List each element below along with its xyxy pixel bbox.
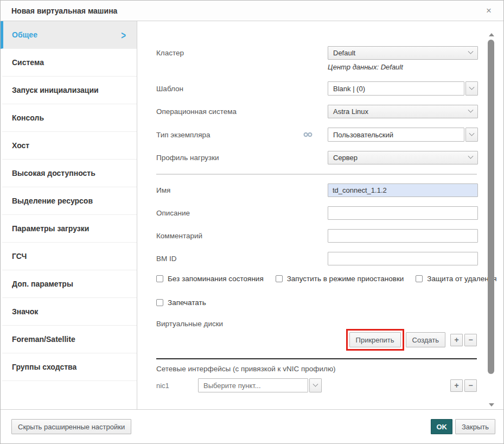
- sidebar-item-host[interactable]: Хост: [1, 132, 137, 160]
- seal-checkbox-group: Запечатать: [156, 299, 206, 307]
- sidebar-item-rng[interactable]: ГСЧ: [1, 243, 137, 270]
- virtual-disks-label: Виртуальные диски: [156, 320, 477, 328]
- state-checkbox-row: Без запоминания состояния Запустить в ре…: [156, 275, 477, 283]
- instance-type-dropdown-button[interactable]: [465, 128, 478, 142]
- sidebar-item-label: ГСЧ: [12, 252, 27, 261]
- comment-row: Комментарий: [156, 229, 477, 243]
- sidebar-item-initial-run[interactable]: Запуск инициализации: [1, 77, 137, 104]
- stateless-checkbox-group: Без запоминания состояния: [156, 275, 264, 283]
- name-label: Имя: [156, 186, 328, 194]
- start-paused-label: Запустить в режиме приостановки: [287, 275, 404, 283]
- template-row: Шаблон Blank | (0): [156, 81, 477, 96]
- sidebar-item-label: Выделение ресурсов: [12, 196, 93, 205]
- sidebar-item-boot-options[interactable]: Параметры загрузки: [1, 215, 137, 243]
- instance-type-combobox-value[interactable]: Пользовательский: [328, 128, 464, 142]
- template-dropdown-button[interactable]: [465, 81, 478, 96]
- stateless-checkbox[interactable]: [156, 275, 163, 282]
- seal-checkbox-row: Запечатать: [156, 299, 477, 307]
- form-content: Кластер Default Центр данных: Default Ша…: [137, 21, 503, 409]
- hide-advanced-options-button[interactable]: Скрыть расширенные настройки: [11, 419, 131, 434]
- sidebar-item-foreman[interactable]: Foreman/Satellite: [1, 326, 137, 353]
- sidebar-item-high-availability[interactable]: Высокая доступность: [1, 160, 137, 187]
- chevron-down-icon: [469, 130, 475, 136]
- cluster-select[interactable]: Default: [328, 46, 478, 60]
- sidebar-item-label: Общее: [12, 30, 37, 39]
- delete-protection-label: Защита от удаления: [427, 275, 496, 283]
- dialog-footer: Скрыть расширенные настройки OK Закрыть: [1, 409, 503, 443]
- scroll-up-arrow-icon[interactable]: [489, 33, 494, 36]
- seal-checkbox[interactable]: [156, 299, 163, 306]
- vm-id-row: ВМ ID: [156, 252, 477, 265]
- sidebar-item-general[interactable]: Общее >: [1, 21, 137, 49]
- chevron-down-icon: [468, 154, 474, 159]
- add-nic-icon[interactable]: +: [450, 379, 463, 392]
- sidebar-item-label: Система: [12, 58, 44, 67]
- description-input[interactable]: [328, 206, 478, 220]
- sidebar-item-resource-allocation[interactable]: Выделение ресурсов: [1, 187, 137, 215]
- delete-protection-checkbox[interactable]: [416, 275, 423, 282]
- sidebar-item-label: Доп. параметры: [12, 280, 73, 288]
- datacenter-helper-text: Центр данных: Default: [328, 63, 477, 71]
- chevron-down-icon: [468, 49, 474, 54]
- name-input[interactable]: [328, 183, 478, 197]
- dialog-title: Новая виртуальная машина: [11, 7, 117, 15]
- instance-type-label: Тип экземпляра: [156, 131, 210, 139]
- vm-id-label: ВМ ID: [156, 255, 328, 263]
- description-row: Описание: [156, 206, 477, 220]
- close-button[interactable]: Закрыть: [455, 419, 495, 434]
- delete-protection-checkbox-group: Защита от удаления: [416, 275, 496, 283]
- start-paused-checkbox-group: Запустить в режиме приостановки: [276, 275, 404, 283]
- new-vm-dialog: Новая виртуальная машина × Общее > Систе…: [0, 0, 504, 444]
- template-combobox-value[interactable]: Blank | (0): [328, 81, 464, 96]
- name-row: Имя: [156, 183, 477, 197]
- create-disk-button[interactable]: Создать: [406, 332, 445, 347]
- sidebar-item-system[interactable]: Система: [1, 49, 137, 77]
- ok-button[interactable]: OK: [431, 419, 452, 434]
- os-label: Операционная система: [156, 107, 328, 116]
- start-paused-checkbox[interactable]: [276, 275, 283, 282]
- seal-label: Запечатать: [168, 299, 206, 307]
- sidebar-item-label: Параметры загрузки: [12, 224, 89, 233]
- os-select[interactable]: Astra Linux: [328, 105, 478, 118]
- nic-profile-placeholder[interactable]: Выберите пункт...: [198, 378, 308, 392]
- sidebar-item-affinity-groups[interactable]: Группы сходства: [1, 353, 137, 381]
- sidebar-item-icon[interactable]: Значок: [1, 298, 137, 326]
- close-icon[interactable]: ×: [484, 5, 494, 16]
- remove-disk-icon[interactable]: −: [464, 334, 477, 346]
- virtual-disks-buttons: Прикрепить Создать + −: [156, 329, 477, 351]
- add-disk-icon[interactable]: +: [450, 334, 463, 346]
- remove-nic-icon[interactable]: −: [464, 379, 477, 392]
- instance-type-row: Тип экземпляра Пользовательский: [156, 128, 477, 142]
- sidebar-item-console[interactable]: Консоль: [1, 104, 137, 132]
- chevron-down-icon: [469, 84, 475, 90]
- nic-profile-dropdown-button[interactable]: [309, 378, 322, 392]
- comment-label: Комментарий: [156, 232, 328, 240]
- instance-type-combobox: Пользовательский: [328, 128, 478, 142]
- scrollbar-thumb[interactable]: [488, 40, 494, 374]
- nic-profile-combobox: Выберите пункт...: [198, 378, 322, 392]
- network-interfaces-label: Сетевые интерфейсы (с привязкой к vNIC п…: [156, 365, 477, 373]
- comment-input[interactable]: [328, 229, 478, 243]
- optimized-for-select[interactable]: Сервер: [328, 151, 478, 164]
- vertical-scrollbar[interactable]: [488, 31, 495, 410]
- sidebar-item-label: Foreman/Satellite: [12, 335, 75, 344]
- dialog-header: Новая виртуальная машина ×: [1, 1, 503, 21]
- chevron-down-icon: [313, 381, 318, 386]
- os-row: Операционная система Astra Linux: [156, 105, 477, 118]
- sidebar-item-custom-properties[interactable]: Доп. параметры: [1, 270, 137, 298]
- sidebar-item-label: Значок: [12, 307, 38, 316]
- network-section-divider: [156, 358, 477, 359]
- sidebar-item-label: Высокая доступность: [12, 169, 95, 177]
- vm-id-input[interactable]: [328, 252, 478, 265]
- scroll-down-arrow-icon[interactable]: [489, 403, 494, 407]
- cluster-label: Кластер: [156, 49, 328, 57]
- optimized-for-label: Профиль нагрузки: [156, 154, 328, 162]
- cluster-select-value: Default: [333, 49, 355, 57]
- optimized-for-select-value: Сервер: [333, 154, 358, 162]
- section-divider: [156, 174, 477, 175]
- attach-disk-button[interactable]: Прикрепить: [349, 332, 401, 347]
- sidebar-item-label: Консоль: [12, 113, 44, 122]
- sidebar-item-label: Запуск инициализации: [12, 86, 99, 94]
- sidebar: Общее > Система Запуск инициализации Кон…: [1, 21, 137, 409]
- nic-row: nic1 Выберите пункт... + −: [156, 378, 477, 392]
